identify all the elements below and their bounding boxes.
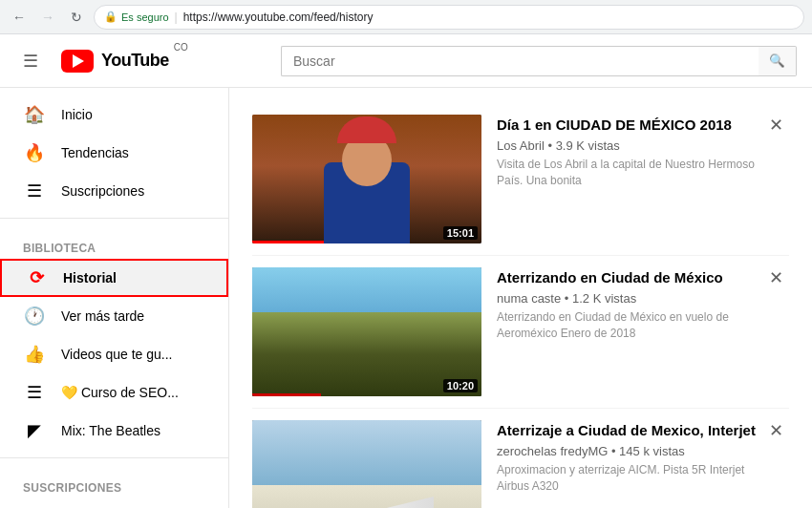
sidebar-divider-1 [0,218,228,219]
youtube-icon [61,50,94,73]
reload-button[interactable]: ↻ [65,6,88,29]
duration-badge-2: 10:20 [443,379,478,392]
play-triangle [73,54,84,68]
secure-text: Es seguro [121,11,169,23]
thumbnail-1 [252,115,481,243]
thumbnail-wrap-1[interactable]: 15:01 [252,115,481,243]
video-desc-3: Aproximacion y aterrizaje AICM. Pista 5R… [497,462,766,495]
biblioteca-section-title: BIBLIOTECA [0,226,228,259]
address-bar[interactable]: 🔒 Es seguro | https://www.youtube.com/fe… [94,5,804,30]
table-row: 15:01 Día 1 en CIUDAD DE MÉXICO 2018 Los… [252,103,789,256]
home-icon: 🏠 [23,104,46,125]
video-info-1: Día 1 en CIUDAD DE MÉXICO 2018 Los Abril… [497,115,789,189]
back-button[interactable]: ← [8,6,31,29]
sidebar-label-ver-mas-tarde: Ver más tarde [61,308,144,324]
logo-link[interactable]: YouTube CO [61,50,188,73]
thumbnail-wrap-3[interactable] [252,420,481,508]
secure-badge: 🔒 Es seguro [104,11,169,23]
app: ☰ YouTube CO 🔍 🏠 Inicio 🔥 T [0,34,812,508]
video-desc-2: Aterrizando en Ciudad de México en vuelo… [497,309,766,342]
duration-badge-1: 15:01 [443,226,478,240]
sidebar-label-mix-beatles: Mix: The Beatles [61,423,160,438]
radio-icon: ◤ [23,420,46,441]
video-info-2: Aterrizando en Ciudad de México numa cas… [497,267,789,342]
history-icon: ⟳ [25,267,48,288]
sidebar-label-tendencias: Tendencias [61,145,129,160]
header: ☰ YouTube CO 🔍 [0,34,812,88]
video-title-2[interactable]: Aterrizando en Ciudad de México [497,267,766,287]
table-row: 10:20 Aterrizando en Ciudad de México nu… [252,256,789,409]
country-badge: CO [174,42,188,53]
search-icon: 🔍 [769,53,785,68]
sidebar-label-curso-seo: 💛 Curso de SEO... [61,385,179,400]
hamburger-button[interactable]: ☰ [15,43,46,79]
video-info-3: Aterrizaje a Ciudad de Mexico, Interjet … [497,420,789,495]
sidebar-item-curso-seo[interactable]: ☰ 💛 Curso de SEO... [0,373,228,412]
close-button-1[interactable]: ✕ [763,115,789,136]
sidebar-label-inicio: Inicio [61,107,93,122]
progress-bar-2 [252,393,321,396]
sidebar-label-videos-gustados: Videos que te gu... [61,347,173,362]
video-title-3[interactable]: Aterrizaje a Ciudad de Mexico, Interjet [497,420,766,440]
browser-bar: ← → ↻ 🔒 Es seguro | https://www.youtube.… [0,0,812,34]
video-title-1[interactable]: Día 1 en CIUDAD DE MÉXICO 2018 [497,115,766,135]
liked-icon: 👍 [23,344,46,365]
sidebar-item-suscripciones[interactable]: ☰ Suscripciones [0,172,228,210]
lock-icon: 🔒 [104,11,118,23]
sidebar-item-tendencias[interactable]: 🔥 Tendencias [0,134,228,172]
thumbnail-3 [252,420,481,508]
subscriptions-icon: ☰ [23,180,46,201]
search-input[interactable] [281,46,759,76]
sidebar-item-historial[interactable]: ⟳ Historial [0,259,228,297]
sidebar-item-inicio[interactable]: 🏠 Inicio [0,95,228,134]
sidebar-item-videos-gustados[interactable]: 👍 Videos que te gu... [0,335,228,373]
watch-later-icon: 🕐 [23,306,46,327]
main-content: 🏠 Inicio 🔥 Tendencias ☰ Suscripciones BI… [0,88,812,508]
search-button[interactable]: 🔍 [759,46,797,76]
search-container: 🔍 [281,46,797,76]
video-channel-1: Los Abril • 3.9 K vistas [497,138,766,153]
suscripciones-section-title: SUSCRIPCIONES [0,466,228,498]
close-button-3[interactable]: ✕ [763,420,789,441]
thumbnail-wrap-2[interactable]: 10:20 [252,267,481,396]
thumbnail-2 [252,267,481,396]
video-channel-2: numa caste • 1.2 K vistas [497,291,766,306]
trending-icon: 🔥 [23,142,46,163]
video-list: 15:01 Día 1 en CIUDAD DE MÉXICO 2018 Los… [252,103,789,508]
sidebar-item-mix-beatles[interactable]: ◤ Mix: The Beatles [0,412,228,450]
close-button-2[interactable]: ✕ [763,267,789,288]
url-text: https://www.youtube.com/feed/history [183,11,374,24]
sidebar: 🏠 Inicio 🔥 Tendencias ☰ Suscripciones BI… [0,88,229,508]
sidebar-label-historial: Historial [63,270,117,286]
table-row: Aterrizaje a Ciudad de Mexico, Interjet … [252,409,789,508]
sidebar-label-suscripciones: Suscripciones [61,183,144,199]
sidebar-divider-2 [0,457,228,458]
youtube-wordmark: YouTube [101,51,169,71]
content-area: 15:01 Día 1 en CIUDAD DE MÉXICO 2018 Los… [229,88,812,508]
playlist-icon: ☰ [23,382,46,403]
video-desc-1: Visita de Los Abril a la capital de Nues… [497,157,766,189]
video-channel-3: zerochelas fredyMG • 145 k vistas [497,444,766,458]
sidebar-item-ver-mas-tarde[interactable]: 🕐 Ver más tarde [0,297,228,335]
forward-button[interactable]: → [36,6,59,29]
